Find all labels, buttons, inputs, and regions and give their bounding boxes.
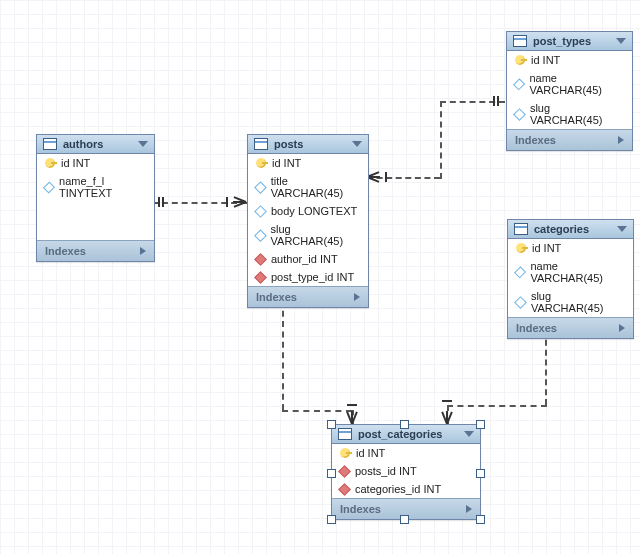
expand-icon bbox=[619, 324, 625, 332]
column-row: name VARCHAR(45) bbox=[507, 69, 632, 99]
collapse-icon[interactable] bbox=[138, 141, 148, 147]
table-post-types[interactable]: post_types id INT name VARCHAR(45) slug … bbox=[506, 31, 633, 151]
expand-icon bbox=[466, 505, 472, 513]
column-label: posts_id INT bbox=[355, 465, 417, 477]
indexes-label: Indexes bbox=[256, 291, 297, 303]
key-icon bbox=[516, 243, 526, 253]
fk-icon bbox=[338, 483, 351, 496]
indexes-label: Indexes bbox=[516, 322, 557, 334]
table-icon bbox=[254, 138, 268, 150]
expand-icon bbox=[618, 136, 624, 144]
column-label: author_id INT bbox=[271, 253, 338, 265]
collapse-icon[interactable] bbox=[352, 141, 362, 147]
column-row: name VARCHAR(45) bbox=[508, 257, 633, 287]
tick-icon bbox=[347, 404, 357, 406]
table-title: categories bbox=[534, 223, 589, 235]
column-row: posts_id INT bbox=[332, 462, 480, 480]
key-icon bbox=[256, 158, 266, 168]
fk-icon bbox=[254, 253, 267, 266]
indexes-label: Indexes bbox=[45, 245, 86, 257]
column-label: id INT bbox=[531, 54, 560, 66]
tick-icon bbox=[493, 96, 495, 106]
column-row: slug VARCHAR(45) bbox=[508, 287, 633, 317]
collapse-icon[interactable] bbox=[464, 431, 474, 437]
table-authors[interactable]: authors id INT name_f_l TINYTEXT Indexes bbox=[36, 134, 155, 262]
table-icon bbox=[513, 35, 527, 47]
crows-foot-icon bbox=[232, 195, 246, 209]
rel-posts-posttypes-seg2 bbox=[440, 101, 442, 179]
column-label: title VARCHAR(45) bbox=[271, 175, 360, 199]
table-icon bbox=[514, 223, 528, 235]
table-post-categories[interactable]: post_categories id INT posts_id INT cate… bbox=[331, 424, 481, 520]
diagram-canvas[interactable]: authors id INT name_f_l TINYTEXT Indexes… bbox=[0, 0, 640, 554]
resize-handle[interactable] bbox=[476, 515, 485, 524]
fk-icon bbox=[254, 271, 267, 284]
indexes-section[interactable]: Indexes bbox=[507, 129, 632, 150]
column-row: post_type_id INT bbox=[248, 268, 368, 286]
diamond-icon bbox=[43, 181, 55, 193]
tick-icon bbox=[497, 96, 499, 106]
crows-foot-icon bbox=[440, 410, 454, 424]
indexes-section[interactable]: Indexes bbox=[508, 317, 633, 338]
tick-icon bbox=[162, 197, 164, 207]
column-label: id INT bbox=[356, 447, 385, 459]
column-label: id INT bbox=[532, 242, 561, 254]
indexes-label: Indexes bbox=[515, 134, 556, 146]
diamond-icon bbox=[513, 108, 526, 121]
tick-icon bbox=[385, 172, 387, 182]
resize-handle[interactable] bbox=[327, 515, 336, 524]
column-label: name VARCHAR(45) bbox=[529, 72, 624, 96]
column-label: id INT bbox=[61, 157, 90, 169]
rel-posts-postcat-seg1 bbox=[282, 290, 284, 410]
expand-icon bbox=[354, 293, 360, 301]
table-icon bbox=[43, 138, 57, 150]
expand-icon bbox=[140, 247, 146, 255]
resize-handle[interactable] bbox=[476, 469, 485, 478]
collapse-icon[interactable] bbox=[616, 38, 626, 44]
resize-handle[interactable] bbox=[327, 469, 336, 478]
table-header[interactable]: authors bbox=[37, 135, 154, 154]
tick-icon bbox=[226, 197, 228, 207]
table-header[interactable]: categories bbox=[508, 220, 633, 239]
tick-icon bbox=[442, 400, 452, 402]
tick-icon bbox=[158, 197, 160, 207]
key-icon bbox=[340, 448, 350, 458]
column-label: post_type_id INT bbox=[271, 271, 354, 283]
table-title: post_types bbox=[533, 35, 591, 47]
column-label: name_f_l TINYTEXT bbox=[59, 175, 146, 199]
indexes-section[interactable]: Indexes bbox=[37, 240, 154, 261]
diamond-icon bbox=[254, 205, 267, 218]
column-row: slug VARCHAR(45) bbox=[248, 220, 368, 250]
crows-foot-icon bbox=[367, 170, 381, 184]
diamond-icon bbox=[514, 296, 527, 309]
column-row: id INT bbox=[507, 51, 632, 69]
column-label: id INT bbox=[272, 157, 301, 169]
indexes-section[interactable]: Indexes bbox=[248, 286, 368, 307]
resize-handle[interactable] bbox=[400, 515, 409, 524]
column-row: categories_id INT bbox=[332, 480, 480, 498]
table-icon bbox=[338, 428, 352, 440]
table-title: authors bbox=[63, 138, 103, 150]
table-header[interactable]: post_types bbox=[507, 32, 632, 51]
column-label: slug VARCHAR(45) bbox=[531, 290, 625, 314]
resize-handle[interactable] bbox=[400, 420, 409, 429]
table-posts[interactable]: posts id INT title VARCHAR(45) body LONG… bbox=[247, 134, 369, 308]
resize-handle[interactable] bbox=[476, 420, 485, 429]
fk-icon bbox=[338, 465, 351, 478]
column-label: slug VARCHAR(45) bbox=[530, 102, 624, 126]
collapse-icon[interactable] bbox=[617, 226, 627, 232]
table-title: posts bbox=[274, 138, 303, 150]
rel-cat-postcat-seg2 bbox=[447, 405, 547, 407]
diamond-icon bbox=[513, 78, 525, 90]
table-categories[interactable]: categories id INT name VARCHAR(45) slug … bbox=[507, 219, 634, 339]
diamond-icon bbox=[254, 181, 267, 194]
table-header[interactable]: posts bbox=[248, 135, 368, 154]
resize-handle[interactable] bbox=[327, 420, 336, 429]
key-icon bbox=[515, 55, 525, 65]
column-row: id INT bbox=[37, 154, 154, 172]
column-label: body LONGTEXT bbox=[271, 205, 357, 217]
table-title: post_categories bbox=[358, 428, 442, 440]
column-row: id INT bbox=[248, 154, 368, 172]
column-label: slug VARCHAR(45) bbox=[271, 223, 360, 247]
column-row: name_f_l TINYTEXT bbox=[37, 172, 154, 202]
